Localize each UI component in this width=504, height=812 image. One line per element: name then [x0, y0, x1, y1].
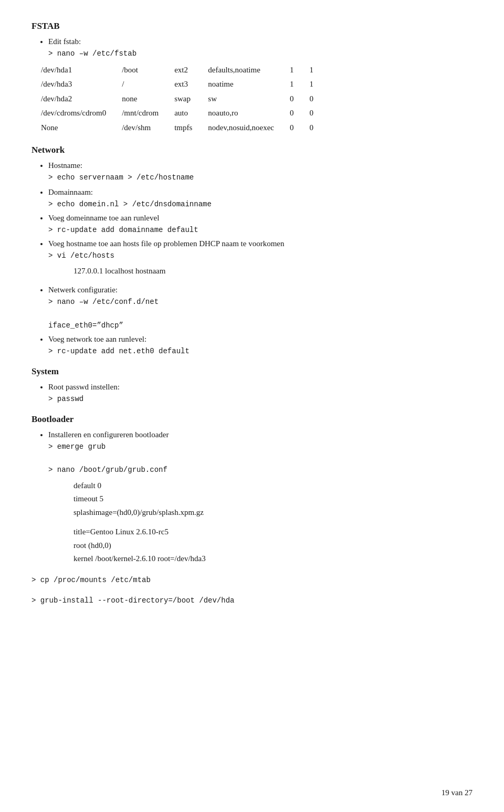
runlevel-cmd: > rc-update add domainname default	[48, 224, 472, 236]
network-section: Network Hostname: > echo servernaam > /e…	[32, 145, 472, 357]
fstab-col5: 0	[290, 121, 309, 135]
fstab-edit-item: Edit fstab: > nano –w /etc/fstab	[48, 36, 472, 59]
grub-title: title=Gentoo Linux 2.6.10-rc5	[74, 528, 169, 536]
fstab-table-body: /dev/hda1 /boot ext2 defaults,noatime 1 …	[41, 64, 328, 135]
fstab-col3: ext2	[174, 64, 207, 77]
fstab-table: /dev/hda1 /boot ext2 defaults,noatime 1 …	[40, 62, 329, 136]
fstab-col1: /dev/hda3	[41, 78, 121, 91]
hostname-cmd: > echo servernaam > /etc/hostname	[48, 172, 472, 183]
fstab-col1: None	[41, 121, 121, 135]
fstab-col6: 0	[309, 121, 328, 135]
fstab-col4: nodev,nosuid,noexec	[208, 121, 289, 135]
grub-default: default 0	[74, 481, 101, 490]
runlevel-item: Voeg domeinname toe aan runlevel > rc-up…	[48, 212, 472, 236]
system-heading: System	[32, 366, 472, 377]
fstab-bullet-list: Edit fstab: > nano –w /etc/fstab	[48, 36, 472, 59]
network-heading: Network	[32, 145, 472, 155]
fstab-col5: 0	[290, 92, 309, 106]
hosts-cmd: > vi /etc/hosts	[48, 250, 472, 261]
network-runlevel-cmd: > rc-update add net.eth0 default	[48, 345, 472, 357]
fstab-col2: /mnt/cdrom	[122, 107, 173, 120]
fstab-col3: auto	[174, 107, 207, 120]
fstab-col1: /dev/hda1	[41, 64, 121, 77]
bootloader-nano-cmd: > nano /boot/grub/grub.conf	[48, 464, 472, 476]
system-section: System Root passwd instellen: > passwd	[32, 366, 472, 405]
fstab-col2: /	[122, 78, 173, 91]
netwerk-cmd2: iface_eth0=”dhcp”	[48, 320, 472, 331]
grub-title-block: title=Gentoo Linux 2.6.10-rc5 root (hd0,…	[74, 525, 472, 566]
fstab-heading: FSTAB	[32, 21, 472, 31]
bootloader-section: Bootloader Installeren en configureren b…	[32, 414, 472, 607]
network-config-list: Netwerk configuratie: > nano –w /etc/con…	[48, 284, 472, 357]
grub-config-block: default 0 timeout 5 splashimage=(hd0,0)/…	[74, 479, 472, 520]
fstab-col2: none	[122, 92, 173, 106]
fstab-col6: 1	[309, 78, 328, 91]
network-runlevel-text: Voeg network toe aan runlevel:	[48, 335, 146, 343]
network-bullet-list: Hostname: > echo servernaam > /etc/hostn…	[48, 160, 472, 183]
fstab-col4: defaults,noatime	[208, 64, 289, 77]
fstab-col1: /dev/cdroms/cdrom0	[41, 107, 121, 120]
fstab-col6: 1	[309, 64, 328, 77]
localhost-block: 127.0.0.1 localhost hostnaam	[74, 265, 472, 278]
fstab-col4: sw	[208, 92, 289, 106]
runlevel-text: Voeg domeinname toe aan runlevel	[48, 214, 159, 222]
passwd-item: Root passwd instellen: > passwd	[48, 381, 472, 405]
fstab-col2: /dev/shm	[122, 121, 173, 135]
fstab-col6: 0	[309, 92, 328, 106]
fstab-col5: 0	[290, 107, 309, 120]
fstab-col4: noauto,ro	[208, 107, 289, 120]
fstab-col3: tmpfs	[174, 121, 207, 135]
fstab-col3: swap	[174, 92, 207, 106]
grub-install-cmd: > grub-install --root-directory=/boot /d…	[32, 595, 472, 606]
network-bullet-list-2: Domainnaam: > echo domein.nl > /etc/dnsd…	[48, 186, 472, 261]
fstab-col6: 0	[309, 107, 328, 120]
table-row: /dev/hda1 /boot ext2 defaults,noatime 1 …	[41, 64, 328, 77]
fstab-col4: noatime	[208, 78, 289, 91]
fstab-col5: 1	[290, 64, 309, 77]
cp-mounts-cmd: > cp /proc/mounts /etc/mtab	[32, 574, 472, 586]
page-number: 19 van 27	[442, 788, 472, 797]
domainname-item: Domainnaam: > echo domein.nl > /etc/dnsd…	[48, 186, 472, 210]
grub-root: root (hd0,0)	[74, 541, 111, 550]
netwerk-cmd1: > nano –w /etc/conf.d/net	[48, 296, 472, 308]
hosts-text: Voeg hostname toe aan hosts file op prob…	[48, 239, 285, 248]
bootloader-heading: Bootloader	[32, 414, 472, 425]
localhost-line: 127.0.0.1 localhost hostnaam	[74, 267, 165, 275]
bootloader-install-text: Installeren en configureren bootloader	[48, 430, 169, 439]
grub-timeout: timeout 5	[74, 494, 103, 503]
fstab-edit-cmd: > nano –w /etc/fstab	[48, 48, 472, 59]
page-container: FSTAB Edit fstab: > nano –w /etc/fstab /…	[0, 0, 504, 812]
fstab-edit-label: Edit fstab:	[48, 37, 81, 46]
grub-kernel: kernel /boot/kernel-2.6.10 root=/dev/hda…	[74, 554, 206, 563]
domainname-cmd: > echo domein.nl > /etc/dnsdomainname	[48, 198, 472, 210]
fstab-col2: /boot	[122, 64, 173, 77]
system-bullet-list: Root passwd instellen: > passwd	[48, 381, 472, 405]
fstab-col3: ext3	[174, 78, 207, 91]
hostname-item: Hostname: > echo servernaam > /etc/hostn…	[48, 160, 472, 183]
table-row: /dev/hda3 / ext3 noatime 1 1	[41, 78, 328, 91]
passwd-label: Root passwd instellen:	[48, 383, 120, 391]
fstab-section: FSTAB Edit fstab: > nano –w /etc/fstab /…	[32, 21, 472, 135]
network-runlevel-item: Voeg network toe aan runlevel: > rc-upda…	[48, 333, 472, 357]
table-row: None /dev/shm tmpfs nodev,nosuid,noexec …	[41, 121, 328, 135]
table-row: /dev/hda2 none swap sw 0 0	[41, 92, 328, 106]
fstab-col5: 1	[290, 78, 309, 91]
bootloader-install-item: Installeren en configureren bootloader >…	[48, 429, 472, 476]
hosts-item: Voeg hostname toe aan hosts file op prob…	[48, 238, 472, 261]
grub-splash: splashimage=(hd0,0)/grub/splash.xpm.gz	[74, 508, 204, 516]
netwerk-config-item: Netwerk configuratie: > nano –w /etc/con…	[48, 284, 472, 331]
domainname-label: Domainnaam:	[48, 188, 93, 196]
bootloader-emerge-cmd: > emerge grub	[48, 441, 472, 452]
table-row: /dev/cdroms/cdrom0 /mnt/cdrom auto noaut…	[41, 107, 328, 120]
fstab-col1: /dev/hda2	[41, 92, 121, 106]
hostname-label: Hostname:	[48, 161, 82, 170]
bootloader-bullet-list: Installeren en configureren bootloader >…	[48, 429, 472, 476]
final-cmds-block: > cp /proc/mounts /etc/mtab > grub-insta…	[32, 574, 472, 607]
netwerk-label: Netwerk configuratie:	[48, 286, 118, 294]
passwd-cmd: > passwd	[48, 393, 472, 405]
